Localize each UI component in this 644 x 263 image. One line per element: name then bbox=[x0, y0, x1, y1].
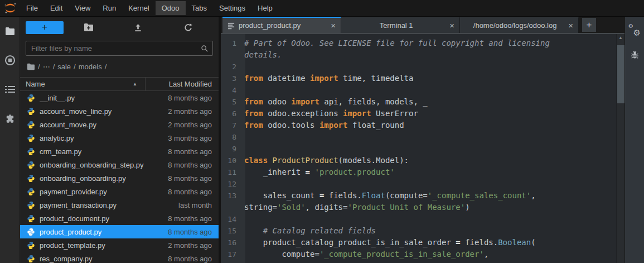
code-text[interactable]: from odoo import api, fields, models, _ bbox=[241, 96, 624, 108]
new-tab-button[interactable]: + bbox=[582, 18, 596, 32]
code-token: '_compute_sales_count' bbox=[428, 191, 531, 200]
file-row[interactable]: product_template.py2 months ago bbox=[20, 238, 219, 252]
line-number: 11 bbox=[221, 166, 241, 178]
sidebar-tab-extensions[interactable] bbox=[0, 107, 20, 130]
file-row[interactable]: onboarding_onboarding.py8 months ago bbox=[20, 171, 219, 185]
new-launcher-button[interactable]: + bbox=[26, 21, 64, 34]
tab-label: /home/odoo/logs/odoo.log bbox=[465, 21, 565, 30]
file-row[interactable]: product_product.py8 months ago bbox=[20, 225, 219, 238]
breadcrumb-home[interactable] bbox=[27, 63, 35, 70]
menu-kernel[interactable]: Kernel bbox=[122, 1, 156, 15]
menu-run[interactable]: Run bbox=[96, 1, 122, 15]
code-text[interactable]: product_catalog_product_is_in_sale_order… bbox=[241, 237, 624, 248]
code-token: from bbox=[244, 97, 263, 106]
filter-files-input[interactable] bbox=[26, 44, 212, 52]
sidebar-tab-property-inspector[interactable]: ⚙⚙ bbox=[628, 23, 641, 37]
code-text[interactable] bbox=[241, 143, 624, 155]
breadcrumb-separator: / bbox=[53, 63, 55, 71]
code-token: compute= bbox=[244, 250, 319, 259]
file-row[interactable]: product_document.py8 months ago bbox=[20, 212, 219, 225]
file-list: __init__.py8 months agoaccount_move_line… bbox=[20, 91, 219, 263]
file-row[interactable]: __init__.py8 months ago bbox=[20, 91, 219, 104]
menu-odoo[interactable]: Odoo bbox=[156, 1, 186, 15]
menu-edit[interactable]: Edit bbox=[44, 1, 69, 15]
file-row[interactable]: analytic.py3 months ago bbox=[20, 131, 219, 145]
code-line: 5from odoo import api, fields, models, _ bbox=[221, 96, 624, 108]
code-token: ProductProduct bbox=[273, 156, 338, 165]
editor-scrollbar[interactable]: ▲ bbox=[616, 34, 624, 263]
breadcrumb-item[interactable]: models bbox=[79, 63, 102, 71]
jupyter-odoo-logo[interactable] bbox=[0, 2, 20, 15]
code-line: 3from datetime import time, timedelta bbox=[221, 73, 624, 84]
code-text[interactable] bbox=[241, 213, 624, 225]
file-row[interactable]: onboarding_onboarding_step.py8 months ag… bbox=[20, 158, 219, 171]
tab-close-button[interactable]: × bbox=[331, 21, 336, 30]
file-row[interactable]: payment_transaction.pylast month bbox=[20, 198, 219, 212]
menu-view[interactable]: View bbox=[69, 1, 96, 15]
filter-row bbox=[20, 38, 219, 59]
menu-tabs[interactable]: Tabs bbox=[186, 1, 213, 15]
file-row[interactable]: payment_provider.py8 months ago bbox=[20, 185, 219, 198]
tab-close-button[interactable]: × bbox=[449, 21, 454, 30]
column-header-modified[interactable]: Last Modified bbox=[145, 78, 219, 90]
code-text[interactable]: from odoo.exceptions import UserError bbox=[241, 108, 624, 119]
menu-settings[interactable]: Settings bbox=[213, 1, 251, 15]
file-modified: 3 months ago bbox=[146, 134, 219, 142]
python-file-icon bbox=[27, 228, 35, 236]
tab-close-button[interactable]: × bbox=[568, 21, 573, 30]
code-content: 1# Part of Odoo. See LICENSE file for fu… bbox=[221, 34, 624, 260]
python-file-icon bbox=[27, 188, 35, 196]
code-text[interactable]: sales_count = fields.Float(compute='_com… bbox=[241, 190, 624, 213]
menu-file[interactable]: File bbox=[20, 1, 44, 15]
code-line: 2 bbox=[221, 61, 624, 73]
line-number: 16 bbox=[221, 237, 241, 248]
menu-help[interactable]: Help bbox=[251, 1, 279, 15]
code-token: (compute= bbox=[385, 191, 428, 200]
file-row[interactable]: account_move_line.py2 months ago bbox=[20, 104, 219, 118]
file-row[interactable]: crm_team.py8 months ago bbox=[20, 145, 219, 158]
code-token: = bbox=[306, 168, 310, 176]
editor-tab[interactable]: product_product.py× bbox=[222, 17, 341, 33]
code-text[interactable]: from datetime import time, timedelta bbox=[241, 73, 624, 84]
sort-ascending-icon: ▲ bbox=[133, 82, 137, 87]
code-text[interactable]: _inherit = 'product.product' bbox=[241, 166, 624, 178]
file-name: payment_transaction.py bbox=[40, 201, 146, 209]
tab-label: Terminal 1 bbox=[346, 21, 446, 30]
sidebar-tab-table-of-contents[interactable] bbox=[0, 78, 20, 101]
editor-tab-bar: product_product.py×Terminal 1×/home/odoo… bbox=[221, 17, 624, 33]
file-name: account_move.py bbox=[40, 121, 146, 129]
search-icon bbox=[201, 45, 209, 52]
name-column-label: Name bbox=[26, 80, 45, 88]
menu-items: FileEditViewRunKernelOdooTabsSettingsHel… bbox=[20, 0, 279, 16]
file-modified: 8 months ago bbox=[146, 161, 219, 169]
code-token: _inherit bbox=[244, 168, 306, 176]
scrollbar-up-arrow[interactable]: ▲ bbox=[617, 35, 624, 40]
file-row[interactable]: res_company.py8 months ago bbox=[20, 252, 219, 263]
code-text[interactable]: # Catalog related fields bbox=[241, 225, 624, 237]
sidebar-tab-running-kernels[interactable] bbox=[0, 49, 20, 71]
code-text[interactable]: from odoo.tools import float_round bbox=[241, 119, 624, 131]
editor-tab[interactable]: Terminal 1× bbox=[341, 17, 460, 33]
code-text[interactable]: compute='_compute_product_is_in_sale_ord… bbox=[241, 248, 624, 260]
new-folder-button[interactable] bbox=[64, 23, 113, 32]
breadcrumb-item[interactable]: sale bbox=[57, 63, 71, 71]
upload-button[interactable] bbox=[113, 23, 163, 32]
sidebar-tab-debugger[interactable] bbox=[630, 50, 640, 60]
sidebar-tab-file-browser[interactable] bbox=[0, 20, 20, 42]
column-header-name[interactable]: Name ▲ bbox=[20, 80, 145, 88]
code-token: class bbox=[244, 156, 268, 165]
breadcrumb-item[interactable]: ⋯ bbox=[43, 63, 50, 71]
refresh-button[interactable] bbox=[163, 23, 213, 32]
code-text[interactable]: # Part of Odoo. See LICENSE file for ful… bbox=[241, 37, 624, 61]
scrollbar-thumb[interactable] bbox=[617, 45, 624, 103]
editor-tab[interactable]: /home/odoo/logs/odoo.log× bbox=[460, 17, 579, 33]
code-text[interactable] bbox=[241, 84, 624, 96]
file-row[interactable]: account_move.py2 months ago bbox=[20, 118, 219, 131]
code-text[interactable]: class ProductProduct(models.Model): bbox=[241, 155, 624, 166]
code-editor[interactable]: 1# Part of Odoo. See LICENSE file for fu… bbox=[221, 33, 624, 263]
code-text[interactable] bbox=[241, 178, 624, 190]
gear-big: ⚙ bbox=[633, 28, 641, 37]
code-token: datetime bbox=[263, 74, 310, 83]
code-text[interactable] bbox=[241, 131, 624, 143]
code-text[interactable] bbox=[241, 61, 624, 73]
